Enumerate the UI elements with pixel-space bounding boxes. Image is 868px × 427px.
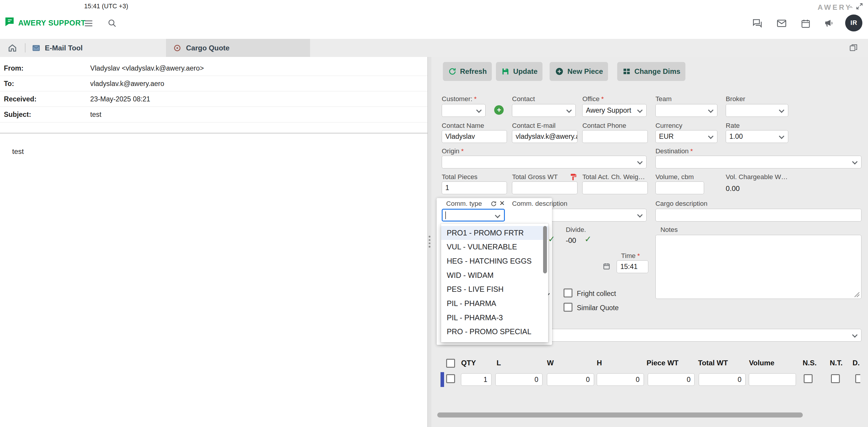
header-select-all-checkbox[interactable]: [446, 359, 455, 368]
expand-icon[interactable]: [856, 3, 863, 10]
total-act-ch-weight-input[interactable]: [582, 181, 647, 194]
dropdown-option[interactable]: PIL - PHARMA: [441, 297, 548, 311]
volume-cbm-label: Volume, cbm: [655, 173, 694, 181]
dropdown-option[interactable]: PRO1 - PROMO FRTR: [441, 226, 548, 240]
dropdown-option[interactable]: PIL - PHARMA-3: [441, 311, 548, 325]
nt-checkbox[interactable]: [831, 374, 840, 383]
text-caret: [445, 211, 446, 219]
vol-chargeable-wt-label: Vol. Chargeable W…: [726, 173, 788, 181]
window-restore-button[interactable]: [849, 43, 858, 52]
confirm-check-icon[interactable]: ✓: [585, 234, 591, 244]
date-picker-icon[interactable]: [603, 263, 610, 270]
mail-button[interactable]: [776, 18, 787, 29]
column-header: Total WT: [698, 359, 728, 367]
add-customer-button[interactable]: +: [494, 105, 504, 115]
comm-type-dropdown-list: PRO1 - PROMO FRTR VUL - VULNERABLE HEG -…: [441, 223, 548, 342]
divide-value: -00: [566, 236, 576, 245]
window-restore-icon: [849, 43, 858, 52]
hamburger-menu-button[interactable]: [84, 19, 94, 28]
comm-type-combobox[interactable]: [442, 209, 505, 221]
dropdown-scrollbar-thumb[interactable]: [543, 226, 547, 274]
column-header: QTY: [461, 359, 476, 367]
contact-email-input[interactable]: vladyslav.k@awery.aero: [512, 130, 577, 143]
total-gross-wt-label: Total Gross WT: [512, 173, 558, 181]
volume-cbm-input[interactable]: [655, 181, 704, 194]
email-to-row: To: vladyslav.k@awery.aero: [0, 76, 428, 91]
calendar-button[interactable]: [800, 19, 811, 29]
cargo-description-label: Cargo description: [655, 200, 708, 208]
broker-label: Broker: [726, 95, 745, 103]
tab-divider: [25, 43, 26, 53]
piece-wt-input[interactable]: 0: [648, 373, 695, 386]
team-select[interactable]: [655, 104, 717, 117]
qty-input[interactable]: 1: [461, 373, 492, 386]
save-icon: [501, 67, 510, 76]
contact-select[interactable]: [512, 104, 576, 117]
d-checkbox[interactable]: [855, 374, 860, 383]
contact-name-label: Contact Name: [442, 122, 484, 129]
avatar[interactable]: IR: [845, 14, 862, 32]
horizontal-scrollbar-thumb[interactable]: [437, 413, 803, 418]
tab-home[interactable]: [0, 39, 25, 57]
change-dims-button[interactable]: Change Dims: [617, 62, 685, 81]
chevron-down-icon: [495, 213, 500, 218]
total-wt-input[interactable]: 0: [699, 373, 746, 386]
office-select[interactable]: Awery Support: [582, 104, 647, 117]
column-header: H: [597, 359, 602, 367]
origin-select[interactable]: [442, 156, 647, 169]
close-icon[interactable]: ✕: [499, 199, 505, 207]
contact-name-input[interactable]: Vladyslav: [442, 130, 507, 143]
rate-value: 1.00: [729, 132, 743, 141]
tab-cargo-quote[interactable]: Cargo Quote: [173, 39, 229, 57]
panel-resize-handle[interactable]: [428, 57, 431, 427]
dropdown-option[interactable]: PRO - PROMO SPECIAL: [441, 325, 548, 339]
chevron-down-icon: [852, 159, 857, 164]
dropdown-option[interactable]: HEG - HATCHING EGGS: [441, 254, 548, 268]
refresh-button-label: Refresh: [460, 67, 487, 75]
dropdown-option[interactable]: WID - WIDAM: [441, 268, 548, 283]
required-marker: *: [638, 252, 640, 260]
column-header: D.: [852, 359, 860, 367]
h-input[interactable]: 0: [597, 373, 644, 386]
time-input[interactable]: 15:41: [617, 261, 648, 273]
grid-icon: [622, 67, 631, 76]
chat-icon: [752, 18, 763, 29]
required-marker: *: [690, 147, 693, 155]
total-gross-wt-input[interactable]: [512, 181, 577, 194]
hamburger-menu-icon: [84, 19, 94, 28]
refresh-button[interactable]: Refresh: [443, 62, 492, 81]
update-button[interactable]: Update: [496, 62, 542, 81]
row-select-checkbox[interactable]: [446, 374, 455, 383]
new-piece-button[interactable]: New Piece: [550, 62, 608, 81]
required-marker: *: [474, 95, 477, 102]
fright-collect-checkbox[interactable]: [563, 288, 572, 298]
notes-textarea[interactable]: [655, 235, 862, 299]
contact-phone-input[interactable]: [582, 130, 647, 143]
tab-email-tool[interactable]: E-Mail Tool: [32, 39, 83, 57]
resize-grip-icon[interactable]: [854, 292, 860, 298]
chat-button[interactable]: [752, 18, 763, 29]
rate-select[interactable]: 1.00: [726, 130, 788, 143]
total-pieces-input[interactable]: 1: [442, 181, 507, 194]
confirm-check-icon[interactable]: ✓: [548, 234, 555, 244]
similar-quote-checkbox[interactable]: [563, 303, 572, 312]
from-value: Vladyslav <vladyslav.k@awery.aero>: [90, 64, 204, 72]
search-button[interactable]: [107, 19, 117, 28]
format-paint-icon[interactable]: [569, 173, 577, 181]
w-input[interactable]: 0: [547, 373, 594, 386]
ns-checkbox[interactable]: [804, 374, 812, 383]
destination-select[interactable]: [655, 156, 862, 169]
cargo-description-input[interactable]: [655, 209, 862, 221]
notes-label: Notes: [660, 226, 678, 234]
comm-refresh-icon[interactable]: [490, 201, 497, 207]
volume-input[interactable]: [749, 373, 796, 386]
received-label: Received:: [4, 95, 36, 103]
dropdown-option[interactable]: PES - LIVE FISH: [441, 282, 548, 297]
currency-select[interactable]: EUR: [655, 130, 717, 143]
dropdown-option[interactable]: VUL - VULNERABLE: [441, 240, 548, 254]
announcements-button[interactable]: [824, 18, 835, 29]
refresh-icon: [448, 67, 457, 76]
broker-select[interactable]: [726, 104, 788, 117]
l-input[interactable]: 0: [495, 373, 542, 386]
customer-select[interactable]: [442, 104, 486, 117]
